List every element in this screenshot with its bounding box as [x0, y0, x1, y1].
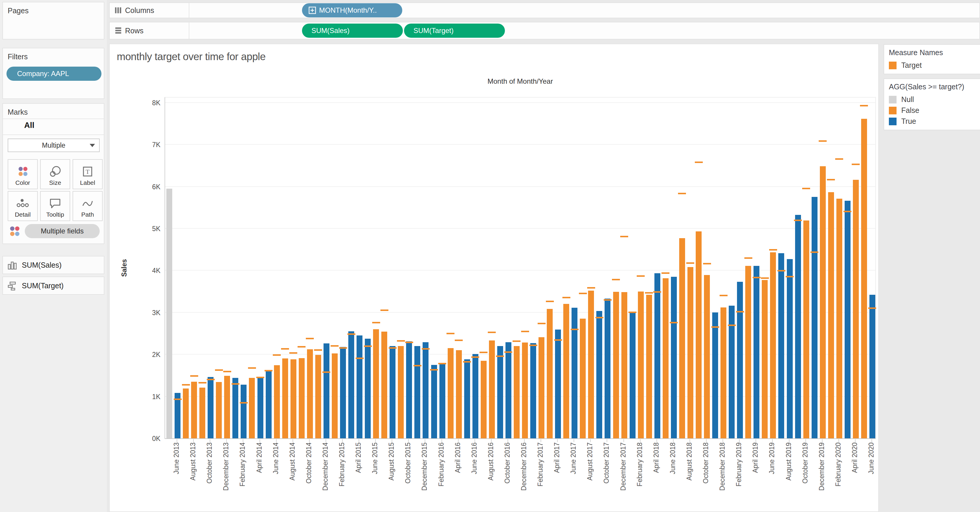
target-dash-november-2019[interactable]: [810, 251, 818, 253]
bar-null[interactable]: [166, 189, 172, 438]
target-dash-november-2017[interactable]: [612, 279, 620, 280]
target-dash-june-2015[interactable]: [372, 322, 380, 323]
target-dash-april-2014[interactable]: [256, 377, 264, 378]
bar-january-2017[interactable]: [530, 343, 536, 438]
columns-shelf[interactable]: Columns MONTH(Month/Y..: [109, 2, 980, 18]
bar-march-2014[interactable]: [249, 378, 255, 438]
bar-september-2014[interactable]: [299, 358, 305, 438]
bar-november-2018[interactable]: [712, 312, 718, 438]
target-dash-june-2013[interactable]: [174, 398, 182, 400]
target-dash-may-2019[interactable]: [761, 277, 769, 279]
target-dash-march-2018[interactable]: [645, 292, 653, 293]
target-dash-june-2016[interactable]: [471, 357, 479, 358]
legend-item-null[interactable]: Null: [889, 95, 980, 104]
bar-july-2013[interactable]: [183, 388, 189, 438]
bar-december-2018[interactable]: [721, 308, 726, 438]
bar-february-2016[interactable]: [439, 363, 445, 438]
target-dash-october-2013[interactable]: [207, 379, 215, 380]
bar-september-2016[interactable]: [497, 346, 503, 438]
bar-july-2017[interactable]: [580, 319, 586, 438]
bar-april-2017[interactable]: [555, 330, 561, 438]
target-dash-july-2014[interactable]: [281, 348, 289, 350]
bar-march-2020[interactable]: [845, 201, 851, 438]
sheet-title[interactable]: monthly target over time for apple: [117, 51, 266, 62]
bar-august-2016[interactable]: [489, 341, 495, 438]
target-dash-november-2014[interactable]: [314, 349, 322, 351]
bar-may-2016[interactable]: [464, 359, 470, 438]
target-dash-june-2019[interactable]: [769, 249, 777, 250]
bar-november-2016[interactable]: [514, 346, 520, 438]
target-dash-january-2016[interactable]: [430, 369, 438, 371]
target-dash-march-2017[interactable]: [546, 301, 554, 302]
target-dash-february-2016[interactable]: [438, 363, 446, 364]
bar-november-2019[interactable]: [811, 197, 818, 438]
sum-target-pill[interactable]: SUM(Target): [404, 24, 505, 38]
bar-march-2016[interactable]: [448, 348, 453, 438]
target-dash-november-2016[interactable]: [512, 341, 520, 342]
target-dash-july-2013[interactable]: [182, 384, 190, 385]
bar-january-2018[interactable]: [630, 312, 636, 438]
detail-button[interactable]: Detail: [8, 191, 38, 221]
bar-april-2018[interactable]: [654, 273, 660, 438]
target-dash-april-2016[interactable]: [455, 339, 463, 341]
target-dash-september-2014[interactable]: [298, 346, 305, 347]
target-dash-january-2019[interactable]: [728, 325, 736, 326]
bar-july-2018[interactable]: [679, 238, 685, 438]
bar-june-2018[interactable]: [671, 277, 677, 438]
bar-february-2014[interactable]: [241, 385, 247, 438]
bar-october-2019[interactable]: [803, 220, 809, 438]
bar-april-2014[interactable]: [258, 377, 263, 438]
target-dash-august-2014[interactable]: [289, 352, 297, 354]
color-button[interactable]: Color: [8, 159, 38, 189]
bar-may-2019[interactable]: [762, 280, 768, 438]
bar-june-2017[interactable]: [571, 308, 578, 438]
target-dash-august-2016[interactable]: [488, 331, 496, 333]
target-dash-january-2017[interactable]: [529, 345, 537, 346]
label-button[interactable]: T Label: [73, 159, 103, 189]
target-dash-july-2019[interactable]: [777, 270, 785, 271]
target-dash-june-2014[interactable]: [273, 354, 281, 356]
bar-july-2015[interactable]: [381, 331, 387, 438]
target-dash-january-2020[interactable]: [827, 179, 835, 181]
target-dash-march-2016[interactable]: [447, 333, 455, 334]
bar-february-2019[interactable]: [737, 282, 743, 438]
bar-september-2017[interactable]: [596, 311, 602, 438]
bar-april-2015[interactable]: [356, 335, 363, 438]
bar-august-2014[interactable]: [291, 359, 296, 438]
bar-february-2017[interactable]: [539, 337, 544, 438]
bar-june-2019[interactable]: [770, 252, 776, 438]
filters-shelf[interactable]: Filters Company: AAPL: [2, 48, 104, 99]
target-dash-march-2014[interactable]: [248, 367, 256, 369]
target-dash-july-2016[interactable]: [479, 352, 487, 353]
target-dash-july-2018[interactable]: [678, 193, 686, 194]
bar-december-2013[interactable]: [224, 376, 230, 438]
target-dash-march-2020[interactable]: [843, 211, 851, 212]
bar-september-2018[interactable]: [696, 231, 702, 438]
target-dash-august-2019[interactable]: [786, 276, 794, 277]
target-dash-november-2018[interactable]: [711, 326, 719, 328]
bar-october-2016[interactable]: [506, 342, 511, 438]
path-button[interactable]: Path: [73, 191, 103, 221]
bar-december-2017[interactable]: [621, 292, 627, 438]
bar-august-2019[interactable]: [787, 259, 793, 438]
bar-march-2019[interactable]: [745, 266, 751, 438]
target-dash-march-2015[interactable]: [347, 333, 355, 335]
bar-september-2013[interactable]: [199, 388, 205, 438]
bar-september-2015[interactable]: [398, 346, 404, 438]
target-dash-august-2018[interactable]: [686, 262, 694, 264]
target-dash-december-2014[interactable]: [322, 371, 330, 373]
target-dash-january-2018[interactable]: [628, 312, 636, 313]
bar-october-2018[interactable]: [704, 275, 710, 438]
target-dash-june-2018[interactable]: [670, 322, 678, 323]
target-dash-april-2019[interactable]: [752, 277, 760, 278]
target-dash-february-2014[interactable]: [240, 402, 248, 404]
target-dash-april-2020[interactable]: [852, 163, 860, 165]
bar-june-2014[interactable]: [274, 365, 280, 438]
bar-june-2016[interactable]: [473, 354, 478, 438]
bar-march-2017[interactable]: [547, 309, 553, 438]
bar-july-2014[interactable]: [282, 358, 288, 438]
target-dash-september-2015[interactable]: [397, 340, 405, 342]
target-dash-october-2019[interactable]: [802, 188, 810, 189]
bar-april-2016[interactable]: [456, 350, 462, 438]
x-axis-title[interactable]: Month of Month/Year: [165, 77, 876, 86]
